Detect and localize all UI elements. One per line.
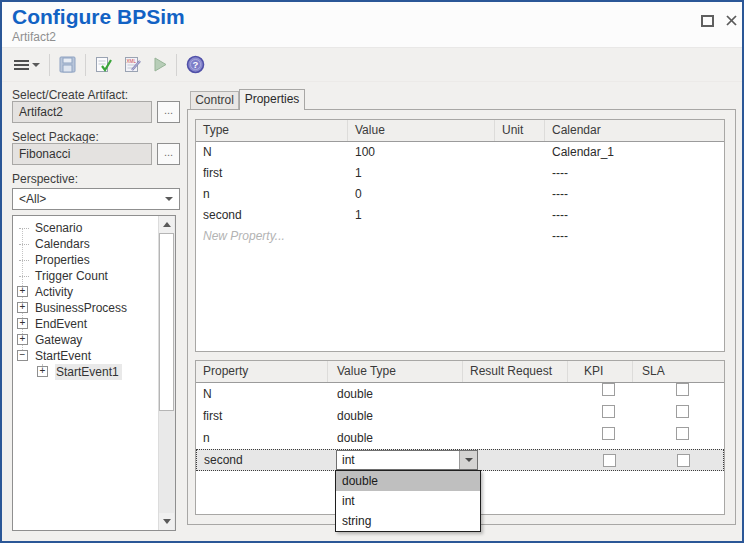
table-row[interactable]: N 100 Calendar_1 [196,142,724,163]
expand-icon[interactable]: + [17,334,28,345]
tree-item-properties[interactable]: Properties [13,252,175,268]
run-button[interactable] [152,53,169,77]
kpi-checkbox[interactable] [602,427,615,440]
column-header-value[interactable]: Value [348,120,495,141]
arrow-down-icon [163,519,171,524]
column-header-result-request[interactable]: Result Request [463,361,568,382]
titlebar: Configure BPSim Artifact2 [2,2,742,48]
maximize-button[interactable] [698,11,716,29]
table-row[interactable]: first 1 ---- [196,163,724,184]
tree-item-startevent[interactable]: −StartEvent [13,348,175,364]
column-header-value-type[interactable]: Value Type [328,361,463,382]
bpsim-tree: Scenario Calendars Properties Trigger Co… [12,215,176,531]
toolbar-separator [49,54,50,76]
expand-icon[interactable]: + [17,302,28,313]
sla-checkbox[interactable] [676,427,689,440]
close-icon [726,15,737,26]
save-icon [59,56,76,73]
close-button[interactable] [722,11,740,29]
sla-checkbox[interactable] [677,454,690,467]
tree-item-startevent1[interactable]: +StartEvent1 [13,364,175,380]
toolbar: XML ? [2,48,742,82]
artifact-browse-button[interactable]: ... [157,101,180,123]
toolbar-separator [176,54,177,76]
save-button[interactable] [57,53,78,77]
tab-properties[interactable]: Properties [239,89,305,110]
column-header-kpi[interactable]: KPI [568,361,633,382]
scrollbar-thumb[interactable] [159,233,174,411]
combobox-dropdown-button[interactable] [459,451,477,469]
package-browse-button[interactable]: ... [157,143,180,165]
package-field[interactable]: Fibonacci [12,143,152,165]
help-icon: ? [186,55,205,74]
value-type-combobox[interactable]: int [336,450,478,470]
menu-dropdown-icon [32,63,40,67]
new-property-row[interactable]: New Property... ---- [196,226,724,247]
tab-control[interactable]: Control [190,91,239,110]
column-header-sla[interactable]: SLA [633,361,726,382]
sla-checkbox[interactable] [676,383,689,396]
svg-text:XML: XML [127,59,137,64]
tree-item-gateway[interactable]: +Gateway [13,332,175,348]
help-button[interactable]: ? [184,53,207,77]
column-header-calendar[interactable]: Calendar [545,120,726,141]
tree-item-scenario[interactable]: Scenario [13,220,175,236]
run-icon [154,57,167,72]
configure-bpsim-dialog: Configure BPSim Artifact2 [0,0,744,543]
combobox-value: int [342,453,355,467]
table-row[interactable]: N double [196,383,724,405]
perspective-value: <All> [19,192,46,206]
expand-icon[interactable]: + [37,366,48,377]
arrow-up-icon [163,222,171,227]
table-row[interactable]: n double [196,427,724,449]
chevron-down-icon [465,458,473,462]
value-type-table-header: Property Value Type Result Request KPI S… [196,361,724,383]
tree-item-activity[interactable]: +Activity [13,284,175,300]
column-header-property[interactable]: Property [196,361,328,382]
table-row[interactable]: second 1 ---- [196,205,724,226]
kpi-checkbox[interactable] [602,405,615,418]
menu-button[interactable] [12,53,42,77]
property-table: Type Value Unit Calendar N 100 Calendar_… [195,119,725,352]
scroll-up-button[interactable] [159,216,174,233]
sla-checkbox[interactable] [676,405,689,418]
perspective-select[interactable]: <All> [12,188,180,210]
edit-xml-icon: XML [124,56,143,73]
svg-text:?: ? [193,59,199,70]
dropdown-option-string[interactable]: string [336,511,480,531]
column-header-type[interactable]: Type [196,120,348,141]
dropdown-option-double[interactable]: double [336,471,480,491]
tree-item-trigger-count[interactable]: Trigger Count [13,268,175,284]
chevron-down-icon [165,197,173,201]
tree-item-endevent[interactable]: +EndEvent [13,316,175,332]
property-table-header: Type Value Unit Calendar [196,120,724,142]
dialog-subtitle: Artifact2 [12,30,56,44]
expand-icon[interactable]: + [17,318,28,329]
selected-table-row[interactable]: second int [196,449,724,471]
scroll-down-button[interactable] [159,513,174,530]
tree-scrollbar[interactable] [158,216,175,530]
tree-item-businessprocess[interactable]: +BusinessProcess [13,300,175,316]
artifact-field[interactable]: Artifact2 [12,101,152,123]
package-label: Select Package: [12,130,99,144]
perspective-label: Perspective: [12,172,78,186]
column-header-unit[interactable]: Unit [495,120,545,141]
page-title: Configure BPSim [12,5,185,29]
collapse-icon[interactable]: − [17,350,28,361]
kpi-checkbox[interactable] [602,383,615,396]
maximize-icon [701,15,714,27]
edit-xml-button[interactable]: XML [122,53,145,77]
kpi-checkbox[interactable] [603,454,616,467]
toolbar-separator [85,54,86,76]
validate-icon [95,56,113,73]
dropdown-option-int[interactable]: int [336,491,480,511]
menu-icon [14,58,29,72]
table-row[interactable]: first double [196,405,724,427]
tree-item-calendars[interactable]: Calendars [13,236,175,252]
expand-icon[interactable]: + [17,286,28,297]
artifact-label: Select/Create Artifact: [12,88,128,102]
table-row[interactable]: n 0 ---- [196,184,724,205]
value-type-dropdown-list: double int string [335,470,481,532]
validate-button[interactable] [93,53,115,77]
